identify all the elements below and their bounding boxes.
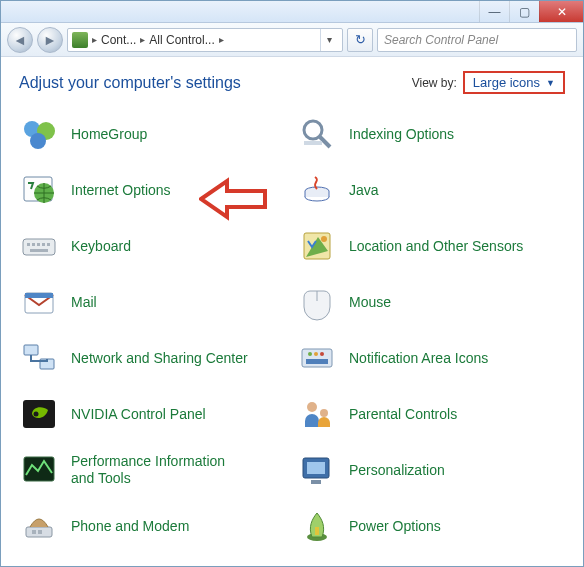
control-panel-item-mouse[interactable]: Mouse bbox=[297, 280, 565, 324]
svg-point-31 bbox=[320, 409, 328, 417]
svg-point-29 bbox=[34, 412, 39, 417]
svg-rect-10 bbox=[27, 243, 30, 246]
personalization-icon bbox=[297, 450, 337, 490]
svg-rect-13 bbox=[42, 243, 45, 246]
performance-information-tools-icon bbox=[19, 450, 59, 490]
control-panel-window: — ▢ ✕ ◄ ► ▸ Cont... ▸ All Control... ▸ ▾… bbox=[0, 0, 584, 567]
window-controls: — ▢ ✕ bbox=[479, 1, 583, 22]
keyboard-icon bbox=[19, 226, 59, 266]
view-by-label: View by: bbox=[412, 76, 457, 90]
close-button[interactable]: ✕ bbox=[539, 1, 583, 22]
breadcrumb-all-items[interactable]: All Control... ▸ bbox=[149, 33, 225, 47]
search-input[interactable] bbox=[377, 28, 577, 52]
mouse-icon bbox=[297, 282, 337, 322]
item-label: Keyboard bbox=[71, 238, 131, 255]
control-panel-item-notification-area-icons[interactable]: Notification Area Icons bbox=[297, 336, 565, 380]
svg-point-27 bbox=[320, 352, 324, 356]
indexing-options-icon bbox=[297, 114, 337, 154]
svg-rect-19 bbox=[25, 293, 53, 298]
control-panel-item-indexing-options[interactable]: Indexing Options bbox=[297, 112, 565, 156]
mail-icon bbox=[19, 282, 59, 322]
svg-point-25 bbox=[308, 352, 312, 356]
item-label: HomeGroup bbox=[71, 126, 147, 143]
svg-rect-5 bbox=[304, 141, 322, 145]
refresh-button[interactable]: ↻ bbox=[347, 28, 373, 52]
svg-rect-9 bbox=[23, 239, 55, 255]
control-panel-item-keyboard[interactable]: Keyboard bbox=[19, 224, 287, 268]
item-label: Phone and Modem bbox=[71, 518, 189, 535]
control-panel-item-java[interactable]: Java bbox=[297, 168, 565, 212]
network-sharing-center-icon bbox=[19, 338, 59, 378]
view-by-dropdown[interactable]: Large icons ▼ bbox=[463, 71, 565, 94]
header-row: Adjust your computer's settings View by:… bbox=[19, 71, 565, 112]
forward-button[interactable]: ► bbox=[37, 27, 63, 53]
svg-point-2 bbox=[30, 133, 46, 149]
content-area: Adjust your computer's settings View by:… bbox=[1, 57, 583, 566]
breadcrumb-root[interactable]: ▸ Cont... ▸ bbox=[90, 33, 147, 47]
parental-controls-icon bbox=[297, 394, 337, 434]
minimize-button[interactable]: — bbox=[479, 1, 509, 22]
nvidia-control-panel-icon bbox=[19, 394, 59, 434]
notification-area-icons-icon bbox=[297, 338, 337, 378]
control-panel-item-network-sharing-center[interactable]: Network and Sharing Center bbox=[19, 336, 287, 380]
control-panel-item-phone-and-modem[interactable]: Phone and Modem bbox=[19, 504, 287, 548]
item-label: Mail bbox=[71, 294, 97, 311]
control-panel-item-realtek-hd-audio-manager[interactable]: Realtek HD Audio Manager bbox=[297, 560, 565, 566]
control-panel-item-mail[interactable]: Mail bbox=[19, 280, 287, 324]
svg-rect-35 bbox=[311, 480, 321, 484]
item-label: Location and Other Sensors bbox=[349, 238, 523, 255]
maximize-button[interactable]: ▢ bbox=[509, 1, 539, 22]
item-label: Personalization bbox=[349, 462, 445, 479]
control-panel-item-performance-information-tools[interactable]: Performance Information and Tools bbox=[19, 448, 287, 492]
item-label: Notification Area Icons bbox=[349, 350, 488, 367]
svg-rect-23 bbox=[302, 349, 332, 367]
internet-options-icon bbox=[19, 170, 59, 210]
page-title: Adjust your computer's settings bbox=[19, 74, 241, 92]
programs-and-features-icon bbox=[19, 562, 59, 566]
phone-and-modem-icon bbox=[19, 506, 59, 546]
breadcrumb-label: Cont... bbox=[101, 33, 136, 47]
svg-rect-24 bbox=[306, 359, 328, 364]
item-label: Network and Sharing Center bbox=[71, 350, 248, 367]
control-panel-item-nvidia-control-panel[interactable]: NVIDIA Control Panel bbox=[19, 392, 287, 436]
control-panel-item-location-and-other-sensors[interactable]: Location and Other Sensors bbox=[297, 224, 565, 268]
view-by-value: Large icons bbox=[473, 75, 540, 90]
breadcrumb-label: All Control... bbox=[149, 33, 214, 47]
item-label: Power Options bbox=[349, 518, 441, 535]
item-label: Java bbox=[349, 182, 379, 199]
address-dropdown[interactable]: ▾ bbox=[320, 29, 338, 51]
item-label: Indexing Options bbox=[349, 126, 454, 143]
navigation-bar: ◄ ► ▸ Cont... ▸ All Control... ▸ ▾ ↻ bbox=[1, 23, 583, 57]
svg-point-30 bbox=[307, 402, 317, 412]
item-label: Parental Controls bbox=[349, 406, 457, 423]
svg-rect-38 bbox=[38, 530, 42, 534]
svg-rect-15 bbox=[30, 249, 48, 252]
homegroup-icon bbox=[19, 114, 59, 154]
address-bar[interactable]: ▸ Cont... ▸ All Control... ▸ ▾ bbox=[67, 28, 343, 52]
svg-rect-14 bbox=[47, 243, 50, 246]
view-by-control: View by: Large icons ▼ bbox=[412, 71, 565, 94]
control-panel-item-internet-options[interactable]: Internet Options bbox=[19, 168, 287, 212]
back-button[interactable]: ◄ bbox=[7, 27, 33, 53]
svg-point-26 bbox=[314, 352, 318, 356]
svg-rect-37 bbox=[32, 530, 36, 534]
svg-rect-40 bbox=[315, 527, 319, 535]
svg-point-3 bbox=[304, 121, 322, 139]
control-panel-item-power-options[interactable]: Power Options bbox=[297, 504, 565, 548]
power-options-icon bbox=[297, 506, 337, 546]
control-panel-icon bbox=[72, 32, 88, 48]
item-label: NVIDIA Control Panel bbox=[71, 406, 206, 423]
control-panel-item-personalization[interactable]: Personalization bbox=[297, 448, 565, 492]
java-icon bbox=[297, 170, 337, 210]
window-titlebar: — ▢ ✕ bbox=[1, 1, 583, 23]
control-panel-item-homegroup[interactable]: HomeGroup bbox=[19, 112, 287, 156]
svg-rect-12 bbox=[37, 243, 40, 246]
item-label: Internet Options bbox=[71, 182, 171, 199]
location-and-other-sensors-icon bbox=[297, 226, 337, 266]
svg-point-17 bbox=[321, 236, 327, 242]
control-panel-item-parental-controls[interactable]: Parental Controls bbox=[297, 392, 565, 436]
items-grid: HomeGroupIndexing OptionsInternet Option… bbox=[19, 112, 565, 566]
svg-rect-34 bbox=[307, 462, 325, 474]
control-panel-item-programs-and-features[interactable]: Programs and Features bbox=[19, 560, 287, 566]
svg-rect-21 bbox=[24, 345, 38, 355]
